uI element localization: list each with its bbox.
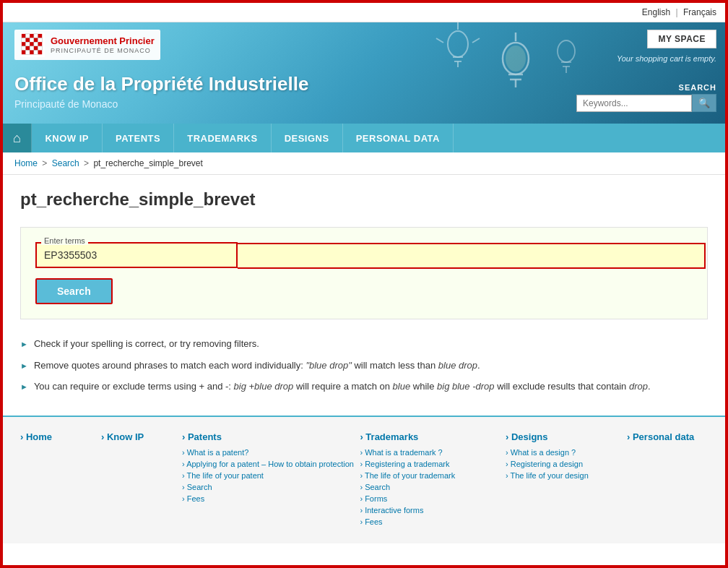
svg-rect-37: [38, 46, 43, 51]
office-subtitle: Principauté de Monaco: [14, 98, 308, 110]
search-highlight-extension: [238, 243, 706, 269]
tip-text-3: You can require or exclude terms using +…: [34, 379, 651, 394]
svg-point-0: [448, 31, 468, 57]
input-group: Enter terms: [35, 242, 693, 268]
breadcrumb-search[interactable]: Search: [52, 158, 79, 168]
nav-personal-data[interactable]: PERSONAL DATA: [343, 124, 454, 152]
breadcrumb-sep1: >: [42, 158, 49, 168]
search-form: Enter terms Search: [20, 227, 708, 319]
tip-arrow-2: ►: [20, 360, 28, 372]
footer-trademarks-title[interactable]: › Trademarks: [360, 431, 506, 442]
nav-know-ip[interactable]: KNOW IP: [32, 124, 103, 152]
nav-designs-label: DESIGNS: [285, 133, 329, 144]
svg-rect-24: [26, 38, 30, 43]
tip-1: ► Check if your spelling is correct, or …: [20, 337, 708, 351]
footer-links: › Home › Know IP › Patents What is a pat…: [3, 416, 725, 543]
magnify-icon: 🔍: [698, 98, 710, 108]
footer-col-designs: › Designs What is a design ? Registering…: [506, 431, 627, 529]
nav-know-ip-label: KNOW IP: [45, 133, 89, 144]
top-bar: English | Français: [3, 3, 725, 22]
svg-rect-23: [22, 38, 26, 43]
svg-rect-39: [26, 51, 30, 55]
cart-text: Your shopping cart is empty.: [617, 54, 716, 63]
svg-line-6: [472, 38, 480, 43]
svg-rect-18: [22, 34, 26, 38]
footer-link-trademarks-search[interactable]: Search: [360, 483, 506, 491]
svg-rect-40: [30, 51, 34, 55]
svg-rect-41: [34, 51, 38, 55]
footer-designs-title[interactable]: › Designs: [506, 431, 627, 442]
nav-personal-data-label: PERSONAL DATA: [356, 133, 440, 144]
lang-french[interactable]: Français: [683, 7, 716, 17]
page-title: pt_recherche_simple_brevet: [20, 189, 708, 210]
nav-bar: ⌂ KNOW IP PATENTS TRADEMARKS DESIGNS PER…: [3, 124, 725, 152]
footer-link-trademarks-interactive-forms[interactable]: Interactive forms: [360, 506, 506, 515]
footer-link-life-design[interactable]: The life of your design: [506, 471, 627, 480]
footer-patents-title[interactable]: › Patents: [182, 431, 360, 442]
svg-rect-29: [26, 42, 30, 46]
breadcrumb-current: pt_recherche_simple_brevet: [93, 158, 202, 168]
footer-link-life-patent[interactable]: The life of your patent: [182, 471, 360, 480]
my-space-button[interactable]: MY SPACE: [647, 30, 716, 48]
footer-col-personal-data: › Personal data: [627, 431, 708, 529]
footer-link-what-is-design[interactable]: What is a design ?: [506, 448, 627, 457]
svg-rect-25: [30, 38, 34, 43]
tip-text-1: Check if your spelling is correct, or tr…: [34, 337, 259, 351]
footer-link-what-is-patent[interactable]: What is a patent?: [182, 448, 360, 457]
search-button-row: Search: [35, 278, 693, 304]
nav-designs[interactable]: DESIGNS: [272, 124, 343, 152]
footer-link-applying-patent[interactable]: Applying for a patent – How to obtain pr…: [182, 460, 360, 468]
breadcrumb: Home > Search > pt_recherche_simple_brev…: [3, 152, 725, 175]
svg-rect-27: [38, 38, 43, 43]
svg-rect-38: [22, 51, 26, 55]
header-banner: Gouvernement Princier PRINCIPAUTÉ DE MON…: [3, 22, 725, 124]
footer-home-title[interactable]: › Home: [20, 431, 101, 442]
svg-rect-22: [38, 34, 43, 38]
search-button[interactable]: Search: [35, 278, 113, 304]
svg-rect-34: [26, 46, 30, 51]
logo-title: Gouvernement Princier: [51, 35, 155, 47]
breadcrumb-home[interactable]: Home: [14, 158, 38, 168]
page-wrapper: English | Français: [0, 0, 728, 568]
tips-section: ► Check if your spelling is correct, or …: [20, 337, 708, 394]
tip-2: ► Remove quotes around phrases to match …: [20, 358, 708, 373]
svg-rect-30: [30, 42, 34, 46]
footer-col-knowip: › Know IP: [101, 431, 182, 529]
lang-english[interactable]: English: [642, 7, 670, 17]
header-right: MY SPACE Your shopping cart is empty.: [617, 30, 716, 63]
footer-link-registering-design[interactable]: Registering a design: [506, 460, 627, 468]
footer-link-life-trademark[interactable]: The life of your trademark: [360, 471, 506, 480]
logo-area[interactable]: Gouvernement Princier PRINCIPAUTÉ DE MON…: [14, 30, 160, 60]
svg-rect-36: [34, 46, 38, 51]
nav-trademarks-label: TRADEMARKS: [187, 133, 257, 144]
header-search-input[interactable]: [576, 95, 692, 112]
footer-link-what-is-trademark[interactable]: What is a trademark ?: [360, 448, 506, 457]
nav-patents[interactable]: PATENTS: [103, 124, 174, 152]
nav-home[interactable]: ⌂: [3, 124, 32, 152]
svg-rect-31: [34, 42, 38, 46]
nav-trademarks[interactable]: TRADEMARKS: [174, 124, 271, 152]
footer-col-patents: › Patents What is a patent? Applying for…: [182, 431, 360, 529]
breadcrumb-sep2: >: [84, 158, 91, 168]
nav-patents-label: PATENTS: [116, 133, 160, 144]
footer-link-trademarks-fees[interactable]: Fees: [360, 517, 506, 526]
footer-link-patents-fees[interactable]: Fees: [182, 494, 360, 503]
footer-link-registering-trademark[interactable]: Registering a trademark: [360, 460, 506, 468]
footer-col-trademarks: › Trademarks What is a trademark ? Regis…: [360, 431, 506, 529]
home-icon: ⌂: [13, 131, 21, 146]
footer-link-patents-search[interactable]: Search: [182, 483, 360, 491]
header-search-area: SEARCH 🔍: [576, 83, 716, 112]
logo-text: Gouvernement Princier PRINCIPAUTÉ DE MON…: [51, 35, 155, 54]
search-terms-input[interactable]: [35, 242, 238, 268]
footer-link-trademarks-forms[interactable]: Forms: [360, 494, 506, 503]
header-search-icon-button[interactable]: 🔍: [692, 94, 716, 112]
footer-col-home: › Home: [20, 431, 101, 529]
main-content: pt_recherche_simple_brevet Enter terms S…: [3, 175, 725, 416]
footer-knowip-title[interactable]: › Know IP: [101, 431, 182, 442]
tip-arrow-3: ►: [20, 381, 28, 393]
tip-3: ► You can require or exclude terms using…: [20, 379, 708, 394]
input-label: Enter terms: [41, 236, 88, 245]
tip-arrow-1: ►: [20, 338, 28, 350]
footer-personal-data-title[interactable]: › Personal data: [627, 431, 708, 442]
svg-rect-19: [26, 34, 30, 38]
